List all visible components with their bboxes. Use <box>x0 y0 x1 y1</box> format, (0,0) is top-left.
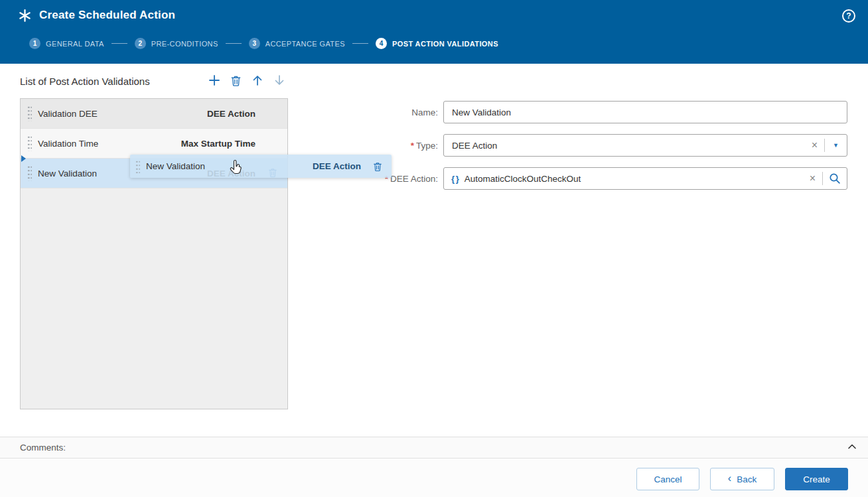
step-label: GENERAL DATA <box>46 40 104 48</box>
ghost-row-name: New Validation <box>146 161 205 171</box>
chevron-down-icon[interactable]: ▼ <box>825 142 847 149</box>
arrow-down-icon <box>273 74 286 89</box>
step-number: 1 <box>29 38 40 49</box>
clear-icon[interactable]: × <box>803 173 822 184</box>
cancel-button[interactable]: Cancel <box>636 468 699 490</box>
validations-list: Validation DEE DEE Action Validation Tim… <box>20 98 288 409</box>
comments-section: Comments: <box>0 437 868 459</box>
row-type: DEE Action <box>207 109 255 119</box>
chevron-left-icon: ‹ <box>728 473 731 484</box>
step-connector <box>352 43 368 44</box>
footer: Cancel ‹ Back Create <box>0 459 868 497</box>
header: Create Scheduled Action ? 1 GENERAL DATA… <box>0 0 868 64</box>
clear-icon[interactable]: × <box>805 140 824 151</box>
type-value: DEE Action <box>444 141 805 151</box>
search-icon[interactable] <box>823 173 847 184</box>
ghost-row-type: DEE Action <box>313 161 361 171</box>
braces-icon: { } <box>444 174 463 184</box>
name-field-wrapper <box>443 101 847 123</box>
list-panel-title: List of Post Action Validations <box>20 76 150 87</box>
trash-icon <box>372 161 383 172</box>
chevron-up-icon <box>847 441 857 454</box>
step-pre-conditions[interactable]: 2 PRE-CONDITIONS <box>135 38 218 49</box>
step-connector <box>111 43 127 44</box>
collapse-button[interactable] <box>847 441 857 454</box>
type-combobox[interactable]: DEE Action × ▼ <box>443 134 847 157</box>
step-number: 2 <box>135 38 146 49</box>
page-title: Create Scheduled Action <box>39 9 175 22</box>
delete-button[interactable] <box>230 74 242 89</box>
row-type: Max Startup Time <box>181 139 255 149</box>
name-label-text: Name: <box>411 107 438 117</box>
drag-handle-icon[interactable] <box>27 135 32 151</box>
row-name: Validation DEE <box>38 109 98 119</box>
step-post-action-validations[interactable]: 4 POST ACTION VALIDATIONS <box>376 38 498 49</box>
title-bar: Create Scheduled Action <box>0 0 868 31</box>
drag-handle-icon[interactable] <box>27 106 32 121</box>
add-button[interactable] <box>208 74 221 89</box>
name-label: Name: <box>411 107 438 117</box>
step-label: POST ACTION VALIDATIONS <box>392 40 498 48</box>
drag-ghost-row[interactable]: New Validation DEE Action <box>130 155 392 178</box>
app-logo-icon <box>18 9 32 23</box>
plus-icon <box>208 74 221 89</box>
wizard-steps: 1 GENERAL DATA 2 PRE-CONDITIONS 3 ACCEPT… <box>29 38 498 49</box>
trash-icon <box>230 74 242 89</box>
step-number: 4 <box>376 38 387 49</box>
help-icon[interactable]: ? <box>842 9 855 23</box>
dee-action-label: *DEE Action: <box>385 174 438 184</box>
drag-handle-icon[interactable] <box>27 165 32 181</box>
step-label: ACCEPTANCE GATES <box>265 40 345 48</box>
type-label: *Type: <box>411 141 438 151</box>
drag-handle-icon <box>135 160 140 173</box>
dee-action-label-text: DEE Action: <box>390 174 438 184</box>
comments-label: Comments: <box>20 443 66 453</box>
step-acceptance-gates[interactable]: 3 ACCEPTANCE GATES <box>249 38 345 49</box>
step-general-data[interactable]: 1 GENERAL DATA <box>29 38 104 49</box>
table-row[interactable]: Validation DEE DEE Action <box>21 99 287 129</box>
move-up-button[interactable] <box>251 74 264 89</box>
back-button[interactable]: ‹ Back <box>710 468 774 490</box>
name-input[interactable] <box>444 102 847 123</box>
dee-action-value: AutomaticClockOutCheckOut <box>463 174 803 184</box>
dee-action-lookup-field[interactable]: { } AutomaticClockOutCheckOut × <box>443 167 847 190</box>
back-button-label: Back <box>737 474 757 484</box>
create-button[interactable]: Create <box>785 468 848 490</box>
required-marker: * <box>411 141 414 151</box>
mouse-cursor-icon <box>229 159 243 178</box>
arrow-up-icon <box>251 74 264 89</box>
step-connector <box>226 43 242 44</box>
step-number: 3 <box>249 38 260 49</box>
create-scheduled-action-window: Create Scheduled Action ? 1 GENERAL DATA… <box>0 0 868 497</box>
step-label: PRE-CONDITIONS <box>151 40 218 48</box>
list-toolbar <box>208 74 286 89</box>
drop-indicator-icon <box>21 155 26 162</box>
move-down-button[interactable] <box>273 74 286 89</box>
row-name: New Validation <box>38 169 97 178</box>
row-name: Validation Time <box>38 139 98 149</box>
type-label-text: Type: <box>416 141 438 151</box>
